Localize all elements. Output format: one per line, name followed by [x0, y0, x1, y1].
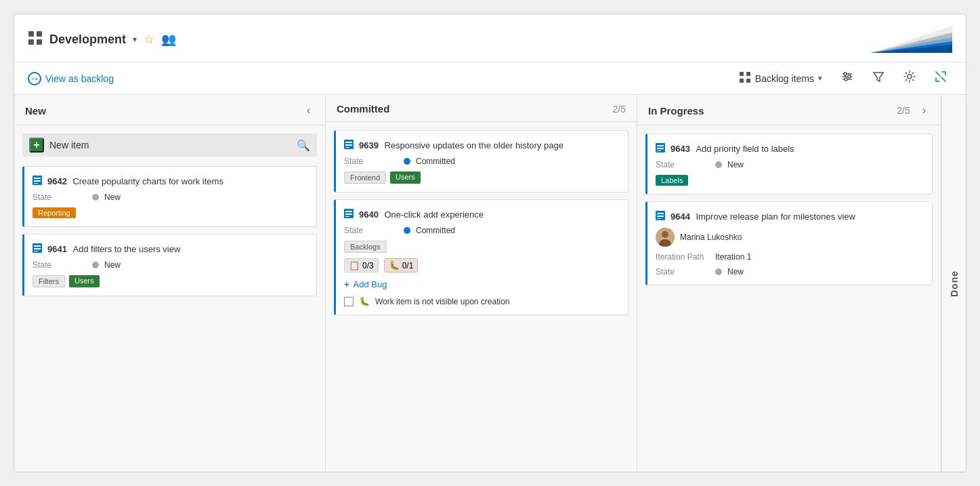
card-9641-state-label: State [33, 260, 87, 270]
expand-icon[interactable] [929, 68, 952, 89]
column-new: New ‹ + New item 🔍 [14, 95, 326, 472]
svg-rect-24 [34, 183, 38, 184]
card-9639-state-val: Committed [416, 157, 455, 166]
card-9642-title: Create popularity charts for work items [72, 176, 223, 186]
card-9642-id-title: 9642 Create popularity charts for work i… [47, 175, 223, 187]
child-checkbox[interactable] [344, 297, 354, 306]
column-committed-header: Committed 2/5 [326, 95, 637, 122]
column-in-progress-expand-button[interactable]: › [918, 103, 930, 118]
child-item-title: Work item is not visible upon creation [375, 297, 510, 306]
card-9639-header: 9639 Responsive updates on the older his… [344, 139, 620, 151]
card-9642-tag-reporting[interactable]: Reporting [33, 207, 76, 218]
card-9640: 9640 One-click add experience State Comm… [334, 199, 629, 315]
card-9639-state-field: State Committed [344, 157, 620, 166]
card-9641-tag-users[interactable]: Users [69, 275, 100, 287]
column-new-header: New ‹ [14, 95, 325, 125]
child-item-row: 🐛 Work item is not visible upon creation [344, 296, 620, 306]
svg-rect-44 [657, 218, 661, 219]
work-item-icon-9639 [344, 140, 354, 151]
sub-bar-right: Backlog items ▾ [733, 68, 952, 89]
card-9644-title: Improve release plan for milestones view [696, 211, 855, 222]
work-item-icon [33, 176, 42, 187]
card-9644-state-label: State [656, 267, 710, 277]
card-9643-tag-labels[interactable]: Labels [656, 175, 688, 186]
svg-rect-26 [34, 245, 41, 247]
card-9642-state-label: State [33, 193, 87, 202]
card-9640-state-val: Committed [416, 226, 455, 235]
svg-point-18 [845, 78, 847, 81]
title-chevron-icon[interactable]: ▾ [133, 35, 137, 44]
svg-rect-3 [37, 39, 42, 45]
card-9644-header: 9644 Improve release plan for milestones… [656, 210, 924, 222]
card-9644-assignee-row: Marina Lukoshko [656, 228, 924, 247]
svg-rect-10 [746, 72, 750, 76]
column-new-collapse-button[interactable]: ‹ [303, 103, 314, 118]
card-9639-state-label: State [344, 157, 398, 166]
svg-rect-1 [37, 31, 42, 37]
svg-rect-22 [34, 178, 41, 179]
card-9641-tag-filters[interactable]: Filters [33, 275, 65, 287]
column-in-progress-count: 2/5 [897, 105, 910, 116]
task-icon: 📋 [349, 260, 360, 270]
card-9639-tag-frontend[interactable]: Frontend [344, 171, 386, 184]
work-item-icon-9640 [344, 209, 354, 220]
card-9640-tag-backlogs[interactable]: Backlogs [344, 241, 387, 253]
card-9642-header: 9642 Create popularity charts for work i… [33, 175, 308, 187]
new-item-bar: + New item 🔍 [22, 134, 317, 157]
card-9641-state-field: State New [33, 260, 308, 270]
card-9639-title: Responsive updates on the older history … [384, 140, 563, 150]
column-in-progress-header: In Progress 2/5 › [637, 95, 941, 125]
svg-rect-9 [740, 72, 744, 76]
svg-point-20 [908, 75, 912, 79]
card-9644-state-dot [715, 268, 722, 275]
svg-rect-39 [657, 148, 664, 149]
column-committed: Committed 2/5 9639 Responsive updates on… [326, 95, 637, 472]
card-9643-header: 9643 Add priority field to labels [656, 142, 924, 155]
card-9640-id-title: 9640 One-click add experience [359, 208, 484, 220]
svg-rect-35 [345, 214, 352, 215]
card-9639-state-dot [404, 158, 410, 165]
app-frame: Development ▾ ☆ 👥 → View as backlog [14, 14, 966, 472]
card-9641-title: Add filters to the users view [72, 244, 180, 254]
search-button[interactable]: 🔍 [297, 139, 310, 152]
task-count: 0/3 [362, 261, 374, 270]
svg-rect-12 [746, 79, 750, 83]
column-committed-body: 9639 Responsive updates on the older his… [326, 122, 637, 472]
card-9642-state-dot [92, 194, 99, 201]
card-9640-children: 📋 0/3 🐛 0/1 [344, 258, 620, 272]
filter-icon[interactable] [867, 68, 890, 89]
card-9643-title: Add priority field to labels [696, 144, 794, 154]
card-9639-tag-users[interactable]: Users [390, 171, 421, 184]
view-backlog-link[interactable]: → View as backlog [28, 72, 114, 85]
card-9641: 9641 Add filters to the users view State… [22, 234, 317, 296]
svg-rect-36 [345, 216, 349, 217]
gear-icon[interactable] [898, 68, 921, 89]
column-done: Done [941, 95, 966, 472]
favorite-star-icon[interactable]: ☆ [144, 32, 154, 47]
sub-bar: → View as backlog Backlog items ▾ [14, 62, 966, 95]
card-9644: 9644 Improve release plan for milestones… [645, 201, 933, 285]
svg-rect-0 [28, 31, 34, 37]
card-9640-title: One-click add experience [384, 209, 484, 220]
card-9640-state-label: State [344, 226, 398, 235]
backlog-items-button[interactable]: Backlog items ▾ [733, 68, 828, 88]
manage-members-icon[interactable]: 👥 [161, 32, 176, 47]
card-9644-state-val: New [727, 267, 744, 277]
card-9640-tags: Backlogs [344, 241, 620, 253]
backlog-items-label: Backlog items [755, 73, 814, 84]
svg-point-16 [844, 73, 847, 75]
card-9643-state-field: State New [656, 160, 924, 169]
add-new-item-button[interactable]: + [29, 138, 44, 153]
svg-rect-40 [657, 150, 661, 151]
card-9644-iteration-label: Iteration Path [656, 252, 710, 262]
settings-filter-icon[interactable] [836, 68, 859, 89]
work-item-icon-9644 [656, 211, 665, 222]
card-9640-header: 9640 One-click add experience [344, 208, 620, 220]
bug-count: 0/1 [402, 261, 414, 270]
column-new-body: + New item 🔍 9642 Create popularity char… [14, 125, 325, 472]
work-item-icon-9643 [656, 143, 665, 155]
card-9639-id-title: 9639 Responsive updates on the older his… [359, 139, 563, 151]
card-9639: 9639 Responsive updates on the older his… [334, 130, 629, 193]
svg-point-17 [848, 75, 851, 78]
add-bug-button[interactable]: + Add Bug [344, 278, 620, 291]
